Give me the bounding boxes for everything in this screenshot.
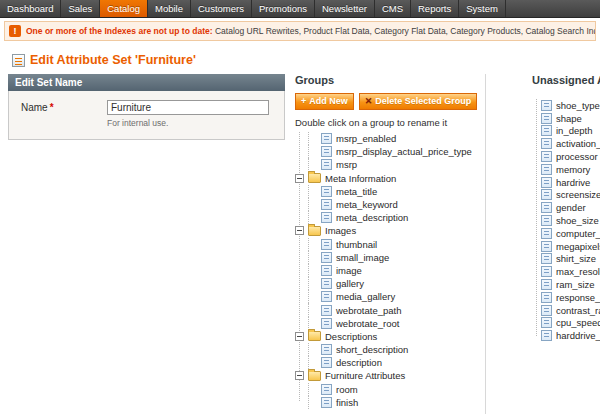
groups-title: Groups — [295, 74, 485, 86]
unassigned-attribute-row[interactable]: in_depth — [532, 125, 600, 138]
delete-selected-group-button[interactable]: ✕ Delete Selected Group — [359, 93, 478, 110]
unassigned-attribute-label: ram_size — [556, 279, 595, 290]
warning-bold-text: One or more of the Indexes are not up to… — [26, 26, 213, 36]
unassigned-attribute-row[interactable]: cpu_speed — [532, 317, 600, 330]
menu-item[interactable]: CMS — [375, 0, 411, 17]
group-tree-row[interactable]: small_image — [295, 251, 485, 264]
group-tree-row[interactable]: meta_title — [295, 185, 485, 198]
tree-connector — [308, 303, 321, 316]
tree-connector — [308, 238, 321, 251]
group-tree-row[interactable]: Meta Information — [295, 172, 485, 185]
attribute-icon — [321, 265, 332, 276]
unassigned-attribute-label: cpu_speed — [556, 317, 600, 328]
unassigned-attribute-row[interactable]: megapixels — [532, 240, 600, 253]
unassigned-attribute-label: screensize — [556, 189, 600, 200]
menu-item[interactable]: Customers — [191, 0, 252, 17]
tree-connector — [308, 317, 321, 330]
unassigned-attribute-row[interactable]: shoe_size — [532, 214, 600, 227]
top-menu-bar: Dashboard Sales Catalog Mobile Customers… — [0, 0, 600, 18]
unassigned-attribute-row[interactable]: gender — [532, 201, 600, 214]
attribute-icon — [541, 215, 552, 226]
menu-item[interactable]: Mobile — [148, 0, 191, 17]
group-tree-row[interactable]: msrp_display_actual_price_type — [295, 145, 485, 158]
tree-node-label: room — [336, 384, 358, 395]
attribute-icon — [541, 138, 552, 149]
unassigned-attribute-row[interactable]: shape — [532, 112, 600, 125]
folder-icon — [308, 226, 321, 236]
collapse-icon[interactable] — [295, 332, 304, 341]
group-tree-row[interactable]: description — [295, 356, 485, 369]
menu-item-label: System — [466, 3, 498, 14]
attribute-icon — [541, 330, 552, 341]
unassigned-attribute-label: shoe_type — [556, 100, 600, 111]
menu-item[interactable]: Reports — [411, 0, 459, 17]
unassigned-attribute-row[interactable]: shoe_type — [532, 99, 600, 112]
collapse-icon[interactable] — [295, 371, 304, 380]
unassigned-attribute-row[interactable]: ram_size — [532, 278, 600, 291]
required-asterisk: * — [50, 102, 54, 113]
attribute-icon — [541, 151, 552, 162]
unassigned-attribute-row[interactable]: shirt_size — [532, 253, 600, 266]
tree-node-label: thumbnail — [336, 239, 377, 250]
tree-node-label: webrotate_root — [336, 318, 399, 329]
menu-item[interactable]: Newsletter — [315, 0, 375, 17]
unassigned-attribute-row[interactable]: computer_man — [532, 227, 600, 240]
attribute-icon — [541, 292, 552, 303]
groups-hint-text: Double click on a group to rename it — [295, 117, 485, 128]
menu-item[interactable]: Sales — [61, 0, 100, 17]
group-tree-row[interactable]: msrp — [295, 158, 485, 171]
unassigned-attribute-label: hardrive — [556, 177, 590, 188]
attribute-icon — [321, 212, 332, 223]
tree-connector — [308, 396, 321, 409]
groups-tree: msrp_enabled msrp_display_actual_price_t… — [295, 132, 485, 409]
unassigned-attribute-row[interactable]: activation_infor — [532, 137, 600, 150]
unassigned-attribute-row[interactable]: processor — [532, 150, 600, 163]
tree-node-label: finish — [336, 397, 358, 408]
group-tree-row[interactable]: msrp_enabled — [295, 132, 485, 145]
unassigned-attribute-row[interactable]: contrast_ratio — [532, 304, 600, 317]
group-tree-row[interactable]: webrotate_path — [295, 303, 485, 316]
column-divider — [485, 74, 486, 414]
unassigned-attribute-row[interactable]: harddrive_spee — [532, 329, 600, 342]
folder-icon — [308, 371, 321, 381]
group-tree-row[interactable]: finish — [295, 396, 485, 409]
groups-panel: Groups + Add New ✕ Delete Selected Group… — [295, 74, 485, 409]
attribute-icon — [321, 239, 332, 250]
tree-node-label: Images — [325, 225, 356, 236]
unassigned-attribute-row[interactable]: memory — [532, 163, 600, 176]
unassigned-attribute-label: computer_man — [556, 228, 600, 239]
group-tree-row[interactable]: short_description — [295, 343, 485, 356]
group-tree-row[interactable]: meta_keyword — [295, 198, 485, 211]
tree-connector — [308, 211, 321, 224]
group-tree-row[interactable]: image — [295, 264, 485, 277]
tree-node-label: meta_description — [336, 212, 408, 223]
group-tree-row[interactable]: gallery — [295, 277, 485, 290]
menu-item[interactable]: System — [459, 0, 506, 17]
unassigned-attributes-panel: Unassigned Attrib shoe_type shape in_dep… — [532, 74, 600, 342]
add-new-group-button[interactable]: + Add New — [295, 93, 354, 110]
tree-connector — [308, 277, 321, 290]
group-tree-row[interactable]: Images — [295, 224, 485, 237]
menu-item[interactable]: Dashboard — [0, 0, 61, 17]
group-tree-row[interactable]: room — [295, 383, 485, 396]
tree-node-label: msrp — [336, 159, 357, 170]
collapse-icon[interactable] — [295, 174, 304, 183]
attribute-icon — [321, 344, 332, 355]
group-tree-row[interactable]: media_gallery — [295, 290, 485, 303]
name-field-row: Name* — [21, 100, 276, 115]
group-tree-row[interactable]: webrotate_root — [295, 317, 485, 330]
group-tree-row[interactable]: meta_description — [295, 211, 485, 224]
group-tree-row[interactable]: Descriptions — [295, 330, 485, 343]
unassigned-attribute-row[interactable]: response_time — [532, 291, 600, 304]
unassigned-attribute-row[interactable]: hardrive — [532, 176, 600, 189]
collapse-icon[interactable] — [295, 226, 304, 235]
unassigned-attribute-row[interactable]: screensize — [532, 189, 600, 202]
group-tree-row[interactable]: Furniture Attributes — [295, 369, 485, 382]
tree-connector — [308, 264, 321, 277]
unassigned-attribute-row[interactable]: max_resolution — [532, 265, 600, 278]
group-tree-row[interactable]: thumbnail — [295, 238, 485, 251]
menu-item[interactable]: Catalog — [100, 0, 148, 17]
tree-connector — [308, 132, 321, 145]
set-name-input[interactable] — [107, 100, 269, 115]
menu-item[interactable]: Promotions — [252, 0, 315, 17]
